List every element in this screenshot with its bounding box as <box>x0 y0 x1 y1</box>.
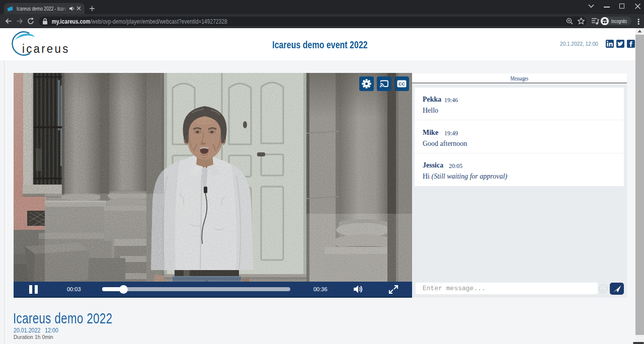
svg-text:icareus: icareus <box>22 42 70 55</box>
svg-text:CC: CC <box>398 81 405 87</box>
